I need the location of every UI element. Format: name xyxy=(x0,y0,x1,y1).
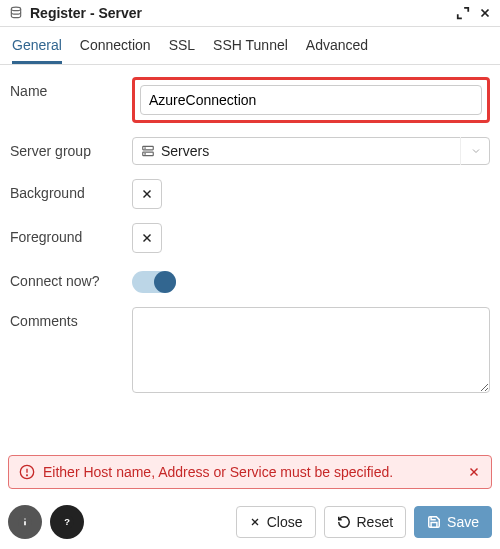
svg-point-3 xyxy=(145,148,146,149)
tab-advanced[interactable]: Advanced xyxy=(306,27,368,64)
foreground-clear-button[interactable] xyxy=(132,223,162,253)
tab-ssl[interactable]: SSL xyxy=(169,27,195,64)
connect-now-label: Connect now? xyxy=(10,267,132,289)
close-icon[interactable] xyxy=(478,6,492,20)
save-label: Save xyxy=(447,514,479,530)
svg-point-7 xyxy=(27,475,28,476)
close-button[interactable]: Close xyxy=(236,506,316,538)
reset-button[interactable]: Reset xyxy=(324,506,407,538)
tab-connection[interactable]: Connection xyxy=(80,27,151,64)
background-label: Background xyxy=(10,179,132,201)
svg-point-4 xyxy=(145,154,146,155)
form-body: Name Server group Servers xyxy=(0,65,500,451)
comments-input[interactable] xyxy=(132,307,490,393)
save-button[interactable]: Save xyxy=(414,506,492,538)
svg-text:?: ? xyxy=(64,517,70,527)
close-label: Close xyxy=(267,514,303,530)
error-icon xyxy=(19,464,35,480)
server-group-value: Servers xyxy=(161,143,209,159)
info-button[interactable] xyxy=(8,505,42,539)
error-banner: Either Host name, Address or Service mus… xyxy=(8,455,492,489)
reset-label: Reset xyxy=(357,514,394,530)
servers-icon xyxy=(141,144,155,158)
maximize-icon[interactable] xyxy=(456,6,470,20)
help-button[interactable]: ? xyxy=(50,505,84,539)
tab-general[interactable]: General xyxy=(12,27,62,64)
dialog-title: Register - Server xyxy=(30,5,456,21)
error-dismiss-button[interactable] xyxy=(467,465,481,479)
tab-ssh-tunnel[interactable]: SSH Tunnel xyxy=(213,27,288,64)
chevron-down-icon xyxy=(460,137,490,165)
action-bar: ? Close Reset Save xyxy=(0,499,500,549)
name-input[interactable] xyxy=(140,85,482,115)
comments-label: Comments xyxy=(10,307,132,329)
tabs: General Connection SSL SSH Tunnel Advanc… xyxy=(0,27,500,65)
titlebar: Register - Server xyxy=(0,0,500,27)
server-group-select[interactable]: Servers xyxy=(132,137,490,165)
x-icon xyxy=(249,516,261,528)
name-highlight xyxy=(132,77,490,123)
register-server-dialog: Register - Server General Connection SSL… xyxy=(0,0,500,549)
name-label: Name xyxy=(10,77,132,99)
error-text: Either Host name, Address or Service mus… xyxy=(43,464,467,480)
reset-icon xyxy=(337,515,351,529)
database-icon xyxy=(8,5,24,21)
server-group-label: Server group xyxy=(10,137,132,159)
save-icon xyxy=(427,515,441,529)
svg-point-0 xyxy=(11,7,20,10)
background-clear-button[interactable] xyxy=(132,179,162,209)
connect-now-toggle[interactable] xyxy=(132,271,176,293)
foreground-label: Foreground xyxy=(10,223,132,245)
svg-point-10 xyxy=(24,518,25,519)
